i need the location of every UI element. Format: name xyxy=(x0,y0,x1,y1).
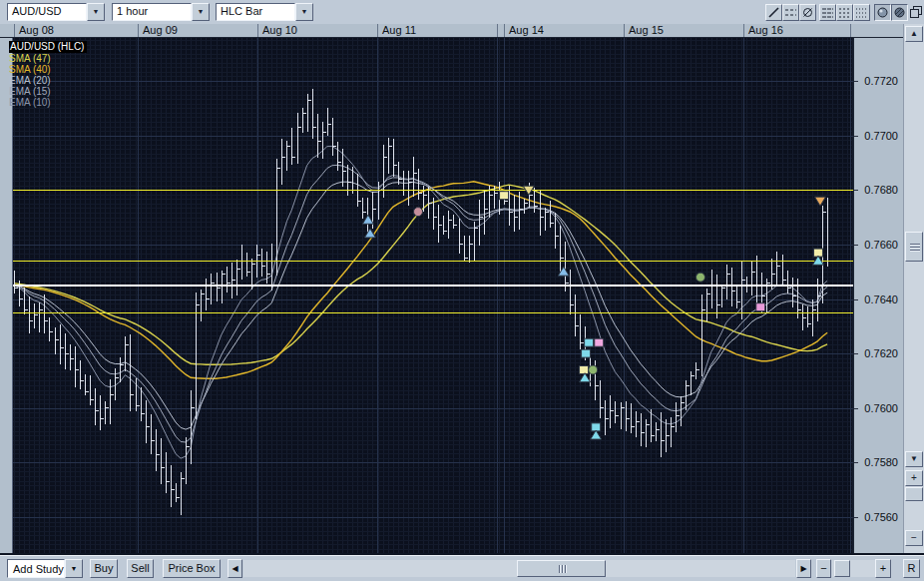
trade-marker-square[interactable] xyxy=(595,338,604,346)
grid-style-3-icon xyxy=(855,6,868,19)
legend-sma40-label: SMA (40) xyxy=(9,64,87,75)
vertical-zoom-thumb[interactable] xyxy=(905,487,923,501)
horizontal-scroll-track[interactable] xyxy=(243,560,795,577)
scroll-right-button[interactable]: ▶ xyxy=(796,559,811,578)
zoom-out-vertical-button[interactable]: − xyxy=(905,530,923,546)
price-tick xyxy=(854,353,858,354)
horizontal-zoom-track[interactable] xyxy=(832,560,875,577)
price-box-button[interactable]: Price Box xyxy=(163,559,221,578)
price-label: 0.7560 xyxy=(864,511,898,523)
scroll-up-button[interactable]: ▲ xyxy=(905,26,923,42)
trade-marker-square[interactable] xyxy=(756,303,765,311)
zoom-out-horizontal-button[interactable]: − xyxy=(816,559,831,578)
price-tick xyxy=(854,299,858,300)
chart-area[interactable] xyxy=(13,38,853,555)
line-icon xyxy=(767,6,780,19)
legend-ema10-label: EMA (10) xyxy=(9,97,87,108)
trade-marker-square[interactable] xyxy=(580,366,589,374)
date-label: Aug 09 xyxy=(138,24,261,37)
date-label: Aug 11 xyxy=(377,24,501,37)
chart-type-dropdown-button[interactable]: ▼ xyxy=(295,3,313,21)
sphere-light-icon xyxy=(876,6,889,19)
add-study-combobox[interactable]: Add Study xyxy=(7,559,65,578)
price-chart-canvas[interactable] xyxy=(13,38,853,555)
vertical-scrollbar[interactable]: ▲ ▼ + − xyxy=(903,24,924,555)
price-label: 0.7580 xyxy=(864,456,898,468)
date-label: Aug 10 xyxy=(257,24,381,37)
ellipse-cross-tool-button[interactable] xyxy=(799,4,816,21)
price-tick xyxy=(854,81,858,82)
sell-button[interactable]: Sell xyxy=(127,559,154,578)
price-label: 0.7620 xyxy=(864,347,898,359)
cascade-windows-icon xyxy=(909,5,923,19)
trade-marker-triangle-up[interactable] xyxy=(580,373,591,382)
horizontal-zoom-thumb[interactable] xyxy=(834,560,850,577)
interval-value[interactable]: 1 hour xyxy=(112,3,192,21)
price-tick xyxy=(854,517,858,518)
zoom-in-vertical-button[interactable]: + xyxy=(905,470,923,486)
price-tick xyxy=(854,408,858,409)
trendline-tool-button[interactable] xyxy=(782,4,799,21)
scroll-down-button[interactable]: ▼ xyxy=(905,451,923,467)
trade-marker-square[interactable] xyxy=(585,338,594,346)
trade-marker-circle[interactable] xyxy=(414,208,423,217)
trade-marker-square[interactable] xyxy=(582,349,591,357)
grid-style-2-icon xyxy=(838,6,851,19)
legend-symbol-label: AUD/USD (HLC) xyxy=(9,41,87,53)
line-tool-button[interactable] xyxy=(765,4,782,21)
grid-style-1-button[interactable] xyxy=(819,4,836,21)
interval-combobox[interactable]: 1 hour ▼ xyxy=(112,3,210,21)
sphere-light-button[interactable] xyxy=(874,4,891,21)
trade-marker-triangle-up[interactable] xyxy=(362,215,373,224)
symbol-dropdown-button[interactable]: ▼ xyxy=(87,3,105,21)
interval-dropdown-button[interactable]: ▼ xyxy=(192,3,210,21)
symbol-combobox[interactable]: AUD/USD ▼ xyxy=(7,3,105,21)
symbol-value[interactable]: AUD/USD xyxy=(7,3,87,21)
hlc-bars xyxy=(15,89,831,515)
thumb-grip xyxy=(910,247,920,248)
sphere-hatched-button[interactable] xyxy=(891,4,908,21)
add-study-dropdown-button[interactable]: ▼ xyxy=(65,559,83,578)
date-label: Aug 14 xyxy=(504,24,628,37)
buy-button[interactable]: Buy xyxy=(90,559,118,578)
date-label: Aug 08 xyxy=(14,24,142,37)
legend-sma47-label: SMA (47) xyxy=(9,53,87,64)
top-toolbar: AUD/USD ▼ 1 hour ▼ HLC Bar ▼ xyxy=(0,0,924,25)
price-tick xyxy=(854,462,858,463)
trendline-icon xyxy=(784,6,797,19)
horizontal-scroll-thumb[interactable] xyxy=(517,560,606,577)
price-tick xyxy=(854,190,858,191)
thumb-grip xyxy=(562,565,563,573)
bottom-toolbar: Add Study ▼ Buy Sell Price Box ◀ ▶ − + R xyxy=(0,555,924,581)
cascade-windows-button[interactable] xyxy=(909,5,923,21)
left-panel-strip[interactable] xyxy=(0,38,13,555)
price-axis[interactable]: 0.77200.77000.76800.76600.76400.76200.76… xyxy=(853,38,903,555)
date-label: Aug 15 xyxy=(624,24,747,37)
trade-marker-triangle-up[interactable] xyxy=(812,256,823,265)
ellipse-cross-icon xyxy=(801,6,814,19)
grid-style-1-icon xyxy=(821,6,834,19)
grid-style-3-button[interactable] xyxy=(853,4,870,21)
scroll-left-button[interactable]: ◀ xyxy=(228,559,242,578)
zoom-in-horizontal-button[interactable]: + xyxy=(875,559,891,578)
price-label: 0.7600 xyxy=(864,402,898,414)
date-axis-cell xyxy=(850,24,907,37)
price-label: 0.7720 xyxy=(864,75,898,87)
trade-marker-circle[interactable] xyxy=(695,273,704,282)
thumb-grip xyxy=(559,565,560,573)
grid-style-2-button[interactable] xyxy=(836,4,853,21)
chart-type-combobox[interactable]: HLC Bar ▼ xyxy=(216,3,313,21)
charting-application-window: AUD/USD ▼ 1 hour ▼ HLC Bar ▼ xyxy=(0,0,924,581)
price-label: 0.7640 xyxy=(864,293,898,305)
trade-marker-circle[interactable] xyxy=(589,365,598,374)
thumb-grip xyxy=(910,244,920,245)
reset-button[interactable]: R xyxy=(903,559,920,578)
price-label: 0.7660 xyxy=(864,239,898,251)
chart-type-value[interactable]: HLC Bar xyxy=(216,3,295,21)
thumb-grip xyxy=(910,250,920,251)
date-axis: Aug 08Aug 09Aug 10Aug 11Aug 14Aug 15Aug … xyxy=(0,24,903,38)
thumb-grip xyxy=(565,565,566,573)
trade-marker-square[interactable] xyxy=(500,192,509,200)
vertical-scroll-thumb[interactable] xyxy=(905,232,923,262)
date-label: Aug 16 xyxy=(743,24,854,37)
